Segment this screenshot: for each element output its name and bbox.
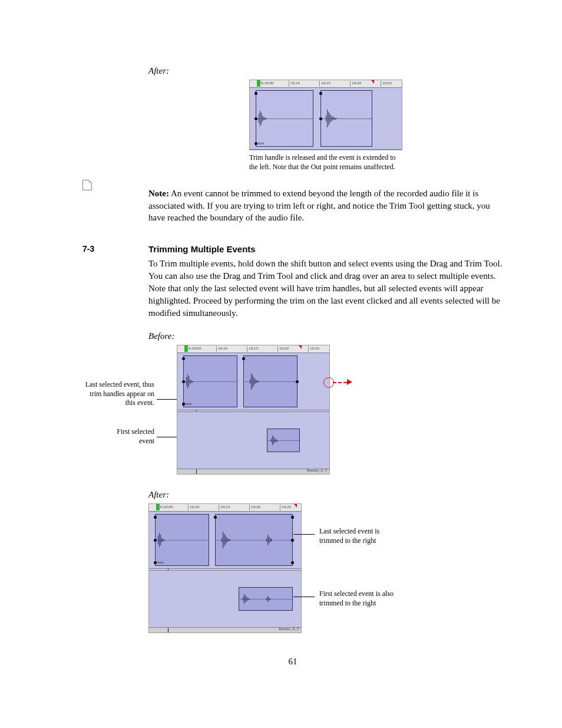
tick: 10:10 <box>216 346 227 352</box>
page: After: 0:10:05 10:10 10:15 10:20 10:25 <box>0 0 562 702</box>
figure-1-caption: Trim handle is released and the event is… <box>249 153 402 172</box>
note-icon <box>82 180 92 190</box>
figure-3-anno-2: First selected event is also trimmed to … <box>319 589 402 608</box>
figure-1-label: After: <box>148 66 503 76</box>
out-marker-icon <box>294 504 297 508</box>
tick: 10:25 <box>308 346 319 352</box>
tick: 10:10 <box>188 505 199 510</box>
drag-arrow-icon <box>347 379 352 385</box>
audio-clip <box>215 514 293 566</box>
note-block: Note: An event cannot be trimmed to exte… <box>82 179 503 232</box>
drag-dash-icon <box>333 382 347 383</box>
figure-2-anno-1: Last selected event, thus trim handles a… <box>84 380 154 408</box>
track: kick <box>250 87 402 150</box>
section-heading: 7-3 Trimming Multiple Events <box>82 244 503 254</box>
audio-clip <box>243 355 297 407</box>
note-text: Note: An event cannot be trimmed to exte… <box>148 187 503 223</box>
tick: 10:20 <box>249 505 260 510</box>
track <box>149 570 301 628</box>
note-bold: Note: <box>148 189 169 198</box>
tick: 0:10:05 <box>259 81 273 87</box>
figure-1: 0:10:05 10:10 10:15 10:20 10:25 ki <box>249 80 402 150</box>
audio-clip <box>267 429 300 452</box>
figure-3-anno-1: Last selected event is trimmed to the ri… <box>319 527 396 545</box>
track: kick <box>149 511 301 569</box>
figure-1-wrap: 0:10:05 10:10 10:15 10:20 10:25 ki <box>148 80 503 172</box>
figure-3-label: After: <box>148 490 503 500</box>
footer-label: Render_0_T <box>307 468 328 473</box>
audio-clip: kick <box>155 514 209 566</box>
tick: 10:20 <box>277 346 289 352</box>
audio-clip: kick <box>256 90 313 147</box>
audio-clip <box>320 90 372 147</box>
figure-2: 0:10:05 10:10 10:15 10:20 10:25 <box>177 345 330 475</box>
note-body: An event cannot be trimmed to extend bey… <box>148 189 490 222</box>
tick: 10:15 <box>319 81 330 87</box>
audio-clip <box>239 587 293 611</box>
track: kick <box>177 353 329 410</box>
audio-clip: kick <box>183 355 237 407</box>
section-title: Trimming Multiple Events <box>148 244 256 254</box>
tick: 0:10:05 <box>158 505 173 510</box>
page-number: 61 <box>82 657 503 667</box>
section-body-col: To Trim multiple events, hold down the s… <box>148 258 503 633</box>
out-marker-icon <box>299 345 302 349</box>
tick: 10:15 <box>219 505 230 510</box>
leader-line <box>293 597 315 597</box>
leader-line <box>293 534 315 535</box>
tick: 10:20 <box>350 81 361 87</box>
tick: 10:15 <box>247 346 258 352</box>
figure-1-block: After: 0:10:05 10:10 10:15 10:20 10:25 <box>148 66 503 172</box>
leader-line <box>157 399 177 400</box>
tick: 0:10:05 <box>187 346 201 352</box>
section-body: To Trim multiple events, hold down the s… <box>148 258 503 319</box>
footer-label: Render_0_T <box>279 627 299 631</box>
section-number: 7-3 <box>82 244 148 254</box>
tick: 10:25 <box>280 505 291 510</box>
figure-2-label: Before: <box>148 331 503 341</box>
figure-2-block: Before: Last selected event, thus trim h… <box>148 331 503 475</box>
out-marker-icon <box>371 80 374 84</box>
figure-3: 0:10:05 10:10 10:15 10:20 10:25 <box>148 503 302 633</box>
figure-3-block: After: 0:10:05 10:10 10:15 10:20 10:25 <box>148 490 503 633</box>
tick: 10:25 <box>381 81 392 87</box>
track <box>177 411 329 469</box>
figure-2-anno-2: First selected event <box>101 427 154 446</box>
tick: 10:10 <box>289 81 300 87</box>
